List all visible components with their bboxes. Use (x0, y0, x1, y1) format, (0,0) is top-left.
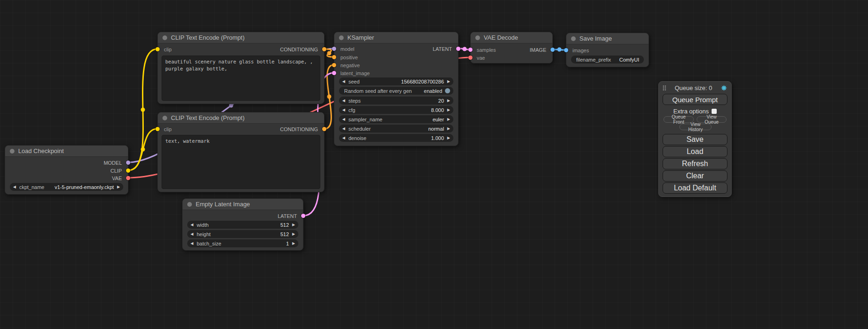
batch-size-widget[interactable]: ◀ batch_size 1 ▶ (187, 239, 298, 247)
port-label: IMAGE (530, 47, 546, 53)
images-input-dot[interactable] (564, 48, 568, 52)
arrow-right-icon[interactable]: ▶ (447, 134, 450, 142)
arrow-right-icon[interactable]: ▶ (447, 106, 450, 114)
widget-label: sampler_name (348, 117, 382, 122)
latent-output-port: LATENT (334, 46, 458, 52)
clear-button[interactable]: Clear (663, 170, 727, 182)
node-title-bar[interactable]: VAE Decode (471, 32, 552, 43)
node-canvas[interactable]: Load Checkpoint MODEL CLIP VAE ◀ ckpt_na… (0, 0, 868, 329)
toggle-indicator-icon[interactable] (445, 88, 450, 93)
port-label: positive (340, 54, 358, 61)
cfg-widget[interactable]: ◀ cfg 8.000 ▶ (339, 106, 453, 114)
link-dot (327, 51, 332, 56)
conditioning-output-dot[interactable] (322, 127, 326, 131)
widget-value: 1 (286, 241, 289, 246)
arrow-left-icon[interactable]: ◀ (191, 239, 193, 247)
clip-output-dot[interactable] (126, 168, 130, 173)
arrow-left-icon[interactable]: ◀ (342, 125, 345, 133)
steps-widget[interactable]: ◀ steps 20 ▶ (339, 97, 453, 105)
refresh-button[interactable]: Refresh (663, 158, 727, 169)
positive-prompt-textarea[interactable]: beautiful scenery nature glass bottle la… (162, 56, 320, 101)
node-ksampler[interactable]: KSampler model LATENT positive negative … (334, 32, 459, 146)
widget-label: ckpt_name (19, 184, 44, 190)
arrow-left-icon[interactable]: ◀ (342, 115, 345, 123)
denoise-widget[interactable]: ◀ denoise 1.000 ▶ (339, 134, 453, 142)
vae-output-dot[interactable] (126, 176, 130, 180)
collapse-dot-icon[interactable] (162, 116, 167, 120)
node-vae-decode[interactable]: VAE Decode samples IMAGE vae (470, 32, 553, 63)
widget-value: 8.000 (431, 107, 444, 113)
vae-input-port: vae (471, 55, 552, 61)
collapse-dot-icon[interactable] (339, 35, 344, 40)
queue-prompt-button[interactable]: Queue Prompt (663, 94, 727, 105)
load-default-button[interactable]: Load Default (663, 182, 727, 194)
arrow-right-icon[interactable]: ▶ (117, 183, 120, 191)
widget-label: batch_size (197, 241, 221, 246)
node-clip-text-encode-negative[interactable]: CLIP Text Encode (Prompt) clip CONDITION… (157, 112, 325, 192)
vae-input-dot[interactable] (468, 56, 473, 60)
width-widget[interactable]: ◀ width 512 ▶ (187, 221, 298, 229)
collapse-dot-icon[interactable] (10, 149, 14, 154)
node-title-bar[interactable]: CLIP Text Encode (Prompt) (158, 32, 324, 43)
image-output-dot[interactable] (550, 48, 555, 52)
arrow-left-icon[interactable]: ◀ (191, 221, 193, 229)
negative-prompt-textarea[interactable]: text, watermark (162, 135, 320, 189)
arrow-right-icon[interactable]: ▶ (292, 239, 295, 247)
latent-output-dot[interactable] (456, 47, 460, 51)
load-button[interactable]: Load (663, 146, 727, 157)
collapse-dot-icon[interactable] (187, 202, 192, 207)
node-title-bar[interactable]: Load Checkpoint (5, 146, 128, 157)
arrow-right-icon[interactable]: ▶ (447, 97, 450, 105)
port-label: CONDITIONING (280, 46, 318, 53)
arrow-left-icon[interactable]: ◀ (13, 183, 16, 191)
save-button[interactable]: Save (663, 134, 727, 145)
drag-handle-icon[interactable] (663, 85, 666, 91)
extra-options-checkbox[interactable] (712, 109, 717, 114)
scheduler-widget[interactable]: ◀ scheduler normal ▶ (339, 125, 453, 133)
arrow-left-icon[interactable]: ◀ (342, 106, 345, 114)
arrow-left-icon[interactable]: ◀ (342, 134, 345, 142)
node-clip-text-encode-positive[interactable]: CLIP Text Encode (Prompt) clip CONDITION… (157, 32, 325, 104)
collapse-dot-icon[interactable] (571, 36, 576, 41)
latent-image-input-dot[interactable] (332, 71, 336, 75)
widget-value: 512 (280, 222, 289, 228)
port-label: LATENT (433, 46, 452, 52)
height-widget[interactable]: ◀ height 512 ▶ (187, 230, 298, 238)
node-title-bar[interactable]: KSampler (334, 32, 458, 43)
arrow-right-icon[interactable]: ▶ (447, 115, 450, 123)
collapse-dot-icon[interactable] (162, 35, 167, 40)
latent-output-dot[interactable] (301, 214, 305, 218)
arrow-left-icon[interactable]: ◀ (342, 97, 345, 105)
arrow-right-icon[interactable]: ▶ (447, 125, 450, 133)
widget-value: 20 (438, 98, 444, 104)
widget-label: Random seed after every gen (344, 88, 412, 94)
arrow-right-icon[interactable]: ▶ (447, 77, 450, 85)
arrow-left-icon[interactable]: ◀ (342, 77, 345, 85)
filename-prefix-widget[interactable]: filename_prefix ComfyUI (571, 56, 644, 63)
seed-widget[interactable]: ◀ seed 156680208700286 ▶ (339, 77, 453, 85)
widget-value: enabled (424, 88, 442, 94)
node-title: CLIP Text Encode (Prompt) (171, 34, 245, 41)
port-label: negative (340, 62, 360, 69)
arrow-left-icon[interactable]: ◀ (191, 230, 193, 238)
node-save-image[interactable]: Save Image images filename_prefix ComfyU… (566, 33, 649, 67)
collapse-dot-icon[interactable] (475, 35, 480, 40)
positive-input-dot[interactable] (332, 55, 336, 59)
widget-value: 156680208700286 (401, 79, 444, 84)
node-load-checkpoint[interactable]: Load Checkpoint MODEL CLIP VAE ◀ ckpt_na… (5, 145, 128, 195)
port-label: images (572, 47, 589, 54)
ckpt-name-widget[interactable]: ◀ ckpt_name v1-5-pruned-emaonly.ckpt ▶ (10, 183, 123, 191)
view-history-button[interactable]: View History (679, 124, 712, 130)
sampler-name-widget[interactable]: ◀ sampler_name euler ▶ (339, 115, 453, 123)
random-seed-toggle[interactable]: Random seed after every gen enabled (339, 87, 453, 95)
negative-input-dot[interactable] (332, 63, 336, 67)
conditioning-output-dot[interactable] (322, 47, 326, 51)
node-title-bar[interactable]: Empty Latent Image (183, 199, 303, 210)
arrow-right-icon[interactable]: ▶ (292, 230, 295, 238)
node-empty-latent-image[interactable]: Empty Latent Image LATENT ◀ width 512 ▶ … (182, 198, 303, 251)
model-output-dot[interactable] (126, 161, 130, 165)
arrow-right-icon[interactable]: ▶ (292, 221, 295, 229)
node-title-bar[interactable]: CLIP Text Encode (Prompt) (158, 112, 324, 124)
node-title-bar[interactable]: Save Image (566, 33, 649, 44)
settings-gear-icon[interactable] (720, 84, 727, 91)
